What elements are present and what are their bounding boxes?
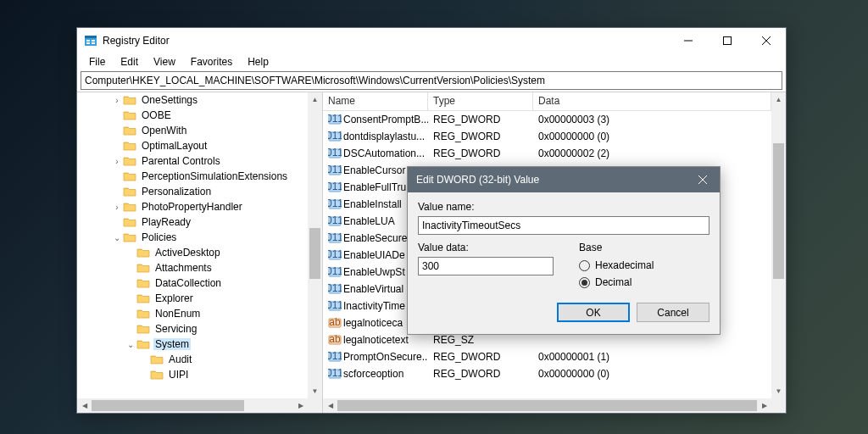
tree-item-label: Policies xyxy=(140,231,178,243)
dialog-titlebar[interactable]: Edit DWORD (32-bit) Value xyxy=(408,167,720,192)
value-name: PromptOnSecure... xyxy=(343,351,428,363)
svg-text:ab: ab xyxy=(329,333,341,345)
column-name[interactable]: Name xyxy=(323,92,428,110)
dword-value-icon: 011 xyxy=(328,113,342,126)
tree-item[interactable]: ActiveDesktop xyxy=(77,245,308,260)
folder-icon xyxy=(123,125,136,136)
scroll-up-icon[interactable]: ▲ xyxy=(771,92,786,107)
tree-item-label: OneSettings xyxy=(140,94,199,106)
minimize-button[interactable] xyxy=(669,28,708,53)
tree-item-label: PerceptionSimulationExtensions xyxy=(140,170,289,182)
tree-item[interactable]: PlayReady xyxy=(77,214,308,230)
svg-text:011: 011 xyxy=(328,198,342,209)
titlebar[interactable]: Registry Editor xyxy=(77,28,786,53)
scroll-left-icon[interactable]: ◀ xyxy=(323,398,337,413)
tree-item[interactable]: OOBE xyxy=(77,108,308,123)
tree-scrollbar-horizontal[interactable]: ◀ ▶ xyxy=(77,398,308,413)
dialog-title-text: Edit DWORD (32-bit) Value xyxy=(416,174,539,186)
tree-item[interactable]: Explorer xyxy=(77,291,308,306)
tree-item-label: NonEnum xyxy=(153,308,202,320)
list-row[interactable]: 011scforceoptionREG_DWORD0x00000000 (0) xyxy=(323,365,771,382)
value-type: REG_DWORD xyxy=(428,351,533,363)
tree-item[interactable]: OpenWith xyxy=(77,123,308,138)
dialog-close-button[interactable] xyxy=(686,167,720,192)
svg-text:011: 011 xyxy=(328,231,342,243)
tree-item[interactable]: ›OneSettings xyxy=(77,92,308,108)
scrollbar-thumb[interactable] xyxy=(773,143,784,279)
scrollbar-thumb[interactable] xyxy=(337,400,757,411)
tree-item[interactable]: ›PhotoPropertyHandler xyxy=(77,199,308,214)
tree-item[interactable]: OptimalLayout xyxy=(77,138,308,153)
radio-decimal[interactable]: Decimal xyxy=(579,274,709,291)
scrollbar-thumb[interactable] xyxy=(92,400,244,411)
dword-value-icon: 011 xyxy=(328,248,342,262)
chevron-right-icon[interactable]: › xyxy=(111,96,123,105)
tree-item[interactable]: UIPI xyxy=(77,367,308,382)
column-data[interactable]: Data xyxy=(533,92,771,110)
folder-icon xyxy=(123,94,136,106)
address-bar[interactable]: Computer\HKEY_LOCAL_MACHINE\SOFTWARE\Mic… xyxy=(81,71,782,90)
tree-item[interactable]: ⌄Policies xyxy=(77,230,308,245)
tree-scrollbar-vertical[interactable]: ▲ ▼ xyxy=(308,92,322,398)
list-row[interactable]: 011ConsentPromptB...REG_DWORD0x00000003 … xyxy=(323,111,771,128)
value-data: 0x00000002 (2) xyxy=(533,147,771,159)
menu-view[interactable]: View xyxy=(147,54,182,70)
svg-text:011: 011 xyxy=(328,299,342,311)
chevron-right-icon[interactable]: › xyxy=(111,157,123,166)
svg-text:011: 011 xyxy=(328,350,342,362)
tree-item[interactable]: Audit xyxy=(77,352,308,367)
folder-icon xyxy=(136,247,150,259)
folder-icon xyxy=(136,262,150,274)
value-name: EnableInstall xyxy=(343,198,402,210)
tree-item[interactable]: PerceptionSimulationExtensions xyxy=(77,169,308,184)
value-name: EnableUwpSt xyxy=(343,266,405,278)
cancel-button[interactable]: Cancel xyxy=(637,303,709,322)
scroll-down-icon[interactable]: ▼ xyxy=(308,384,322,398)
maximize-button[interactable] xyxy=(708,28,747,53)
svg-rect-4 xyxy=(86,42,90,44)
column-type[interactable]: Type xyxy=(428,92,533,110)
menu-file[interactable]: File xyxy=(82,54,112,70)
value-name: EnableSecure xyxy=(343,232,407,244)
scroll-down-icon[interactable]: ▼ xyxy=(771,384,786,398)
list-row[interactable]: 011PromptOnSecure...REG_DWORD0x00000001 … xyxy=(323,348,771,365)
value-type: REG_DWORD xyxy=(428,368,533,380)
folder-icon xyxy=(123,186,136,198)
scroll-right-icon[interactable]: ▶ xyxy=(757,398,771,413)
value-data-input[interactable] xyxy=(418,257,554,275)
dword-value-icon: 011 xyxy=(328,214,342,228)
value-name: EnableFullTru xyxy=(343,181,406,193)
scrollbar-thumb[interactable] xyxy=(309,228,320,279)
tree-item[interactable]: DataCollection xyxy=(77,275,308,291)
tree-item[interactable]: NonEnum xyxy=(77,306,308,321)
ok-button[interactable]: OK xyxy=(557,303,630,322)
list-scrollbar-vertical[interactable]: ▲ ▼ xyxy=(771,92,786,398)
folder-icon xyxy=(123,216,136,228)
list-row[interactable]: 011dontdisplaylastu...REG_DWORD0x0000000… xyxy=(323,128,771,145)
value-data: 0x00000000 (0) xyxy=(533,131,771,142)
tree-item[interactable]: ⌄System xyxy=(77,337,308,352)
tree-item-label: Explorer xyxy=(153,292,195,304)
chevron-down-icon[interactable]: ⌄ xyxy=(125,340,136,349)
radio-hexadecimal[interactable]: Hexadecimal xyxy=(579,257,709,274)
svg-text:011: 011 xyxy=(328,113,342,125)
tree-item[interactable]: Attachments xyxy=(77,260,308,275)
scroll-up-icon[interactable]: ▲ xyxy=(308,92,322,107)
scroll-right-icon[interactable]: ▶ xyxy=(293,398,308,413)
tree-item[interactable]: ›Parental Controls xyxy=(77,153,308,169)
chevron-right-icon[interactable]: › xyxy=(111,203,123,212)
scroll-left-icon[interactable]: ◀ xyxy=(77,398,92,413)
tree-item[interactable]: Servicing xyxy=(77,321,308,337)
menu-edit[interactable]: Edit xyxy=(114,54,145,70)
tree-item-label: OOBE xyxy=(140,109,173,121)
tree-item[interactable]: Personalization xyxy=(77,184,308,199)
dword-value-icon: 011 xyxy=(328,265,342,279)
list-row[interactable]: 011DSCAutomation...REG_DWORD0x00000002 (… xyxy=(323,145,771,162)
close-button[interactable] xyxy=(747,28,786,53)
menu-favorites[interactable]: Favorites xyxy=(184,54,239,70)
menu-help[interactable]: Help xyxy=(241,54,275,70)
list-scrollbar-horizontal[interactable]: ◀ ▶ xyxy=(323,398,771,413)
value-type: REG_DWORD xyxy=(428,131,533,142)
chevron-down-icon[interactable]: ⌄ xyxy=(111,233,123,242)
value-name-input[interactable] xyxy=(418,216,709,235)
